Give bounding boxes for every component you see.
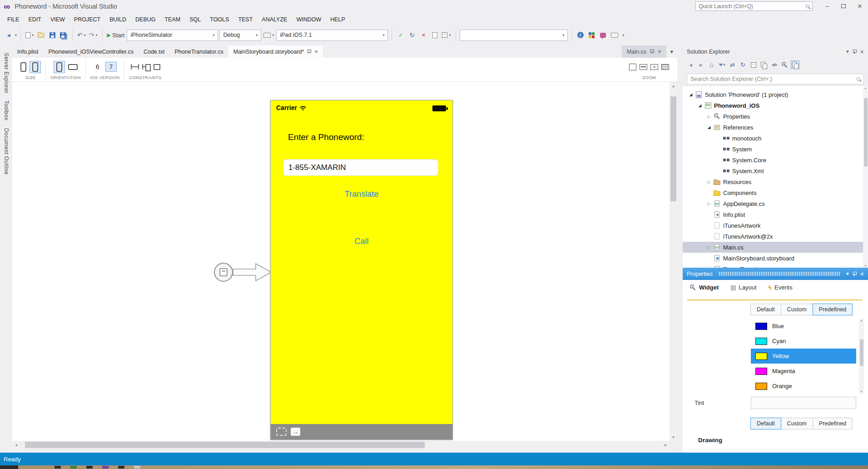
tree-item-components[interactable]: Components: [683, 187, 868, 198]
quick-launch-input[interactable]: [699, 3, 803, 10]
ios-version-6-button[interactable]: 6: [93, 62, 102, 71]
menu-help[interactable]: HELP: [326, 12, 350, 27]
size-selected-option[interactable]: [30, 61, 41, 73]
tab-layout[interactable]: ▤ Layout: [730, 284, 756, 291]
expander-icon[interactable]: ◢: [705, 125, 713, 130]
close-icon[interactable]: ×: [860, 48, 864, 55]
tab-mainstoryboard[interactable]: MainStoryboard.storyboard* ×: [228, 45, 323, 58]
menu-view[interactable]: VIEW: [46, 12, 69, 27]
tab-phonetranslator-cs[interactable]: PhoneTranslator.cs: [170, 45, 228, 58]
menu-window[interactable]: WINDOW: [292, 12, 326, 27]
tree-item-system-core[interactable]: System.Core: [683, 155, 868, 165]
pin-icon[interactable]: [308, 50, 311, 54]
sidebar-item-server-explorer[interactable]: Server Explorer: [3, 53, 10, 93]
taskbar-icon[interactable]: [118, 466, 124, 469]
scroll-right-button[interactable]: ▸: [662, 441, 670, 449]
navigate-caret-icon[interactable]: ▾: [15, 33, 17, 37]
forward-icon[interactable]: ▸: [697, 60, 705, 69]
new-file-button[interactable]: ▾: [25, 29, 35, 41]
menu-debug[interactable]: DEBUG: [131, 12, 160, 27]
expander-icon[interactable]: ▷: [705, 201, 713, 206]
menu-team[interactable]: TEAM: [160, 12, 185, 27]
tree-item-system[interactable]: System: [683, 144, 868, 155]
profile-combo[interactable]: Debug ▾: [219, 30, 261, 41]
minimize-button[interactable]: –: [819, 0, 835, 12]
menu-tools[interactable]: TOOLS: [205, 12, 233, 27]
show-all-files-icon[interactable]: [759, 60, 768, 69]
constraint-edit-icon[interactable]: [131, 64, 139, 70]
filter-icon[interactable]: ▾: [718, 60, 726, 69]
view-code-icon[interactable]: </>: [770, 60, 779, 69]
redo-caret-icon[interactable]: ▾: [96, 33, 98, 37]
exit-segue-icon[interactable]: →: [291, 428, 300, 436]
windows-taskbar[interactable]: [0, 465, 868, 469]
save-button[interactable]: [47, 29, 57, 41]
preview-tab-main-cs[interactable]: Main.cs ×: [622, 45, 666, 58]
taskbar-icon[interactable]: [86, 466, 93, 469]
error-list-button[interactable]: ×: [418, 29, 428, 41]
scroll-down-button[interactable]: ▾: [863, 264, 868, 268]
scroll-up-button[interactable]: ▴: [863, 86, 868, 90]
color-row-cyan[interactable]: Cyan: [751, 334, 856, 349]
color-list-scrollbar[interactable]: ▴ ▾: [859, 319, 864, 394]
tree-item-itunesartwork2x[interactable]: iTunesArtwork@2x: [683, 231, 868, 242]
horizontal-scroll-thumb[interactable]: [25, 442, 425, 448]
start-debug-button[interactable]: ▶Start: [106, 29, 126, 41]
refresh-icon[interactable]: ↻: [739, 60, 747, 69]
collapse-all-icon[interactable]: [749, 60, 758, 69]
tab-info-plist[interactable]: Info.plist: [12, 45, 44, 58]
expander-icon[interactable]: ◢: [687, 92, 694, 97]
default-button[interactable]: Default: [750, 418, 781, 429]
preview-selected-items-icon[interactable]: [791, 60, 799, 69]
taskbar-icon[interactable]: [70, 466, 77, 469]
navigate-back-button[interactable]: ◂: [4, 29, 14, 41]
vertical-scroll-thumb[interactable]: [670, 96, 676, 201]
color-row-yellow[interactable]: Yellow: [751, 349, 856, 364]
properties-header[interactable]: Properties ▾ ×: [683, 268, 868, 280]
scroll-down-button[interactable]: ▾: [670, 433, 677, 441]
close-button[interactable]: ×: [852, 0, 868, 12]
columns-caret-icon[interactable]: ▾: [449, 33, 451, 37]
properties-icon[interactable]: [780, 60, 789, 69]
tree-item-solution[interactable]: ◢ Solution 'Phoneword' (1 project): [683, 89, 868, 100]
zoom-fit-icon[interactable]: [640, 64, 647, 70]
document-list-caret-icon[interactable]: ▾: [666, 45, 677, 58]
horizontal-scrollbar[interactable]: ◂ ▸: [12, 441, 670, 449]
phone-screen[interactable]: Carrier Enter a Phoneword: 1-855-XAMARIN…: [271, 100, 452, 424]
menu-build[interactable]: BUILD: [105, 12, 131, 27]
grid-toggle-icon[interactable]: [661, 64, 669, 70]
close-icon[interactable]: ×: [314, 49, 318, 55]
home-icon[interactable]: ⌂: [707, 60, 716, 69]
new-file-caret-icon[interactable]: ▾: [32, 33, 34, 37]
sidebar-item-document-outline[interactable]: Document Outline: [3, 128, 10, 175]
find-input[interactable]: [463, 32, 563, 38]
menu-sql[interactable]: SQL: [185, 12, 205, 27]
orientation-portrait-option[interactable]: [54, 61, 65, 73]
save-all-button[interactable]: [59, 29, 69, 41]
default-button[interactable]: Default: [750, 304, 781, 315]
tree-scroll-thumb[interactable]: [864, 98, 868, 166]
tree-scrollbar[interactable]: ▴ ▾: [863, 86, 868, 268]
tree-item-maincs[interactable]: ▷ Main.cs: [683, 242, 868, 253]
extensions-button[interactable]: [587, 29, 597, 41]
expander-icon[interactable]: ▷: [705, 267, 713, 268]
feedback-button[interactable]: [598, 29, 608, 41]
list-scroll-thumb[interactable]: [860, 339, 863, 366]
fullscreen-icon[interactable]: [629, 64, 636, 70]
ios-version-7-option[interactable]: 7: [105, 62, 117, 72]
vertical-scrollbar[interactable]: ▴ ▾: [670, 82, 677, 441]
sidebar-item-toolbox[interactable]: Toolbox: [3, 100, 10, 120]
frame-editing-icon[interactable]: [154, 64, 160, 70]
tree-item-itunesartwork[interactable]: iTunesArtwork: [683, 220, 868, 231]
back-icon[interactable]: ◂: [686, 60, 695, 69]
find-combo[interactable]: ▾: [460, 30, 568, 41]
tree-item-references[interactable]: ◢ References: [683, 122, 868, 133]
window-position-caret-icon[interactable]: ▾: [846, 271, 849, 277]
view-controller-bottom-bar[interactable]: →: [271, 424, 452, 439]
expander-icon[interactable]: ▷: [705, 245, 713, 250]
solution-search-box[interactable]: [687, 74, 864, 85]
zoom-in-icon[interactable]: [650, 64, 658, 70]
toolbar-overflow-caret-icon[interactable]: ▾: [623, 33, 625, 37]
device-combo[interactable]: iPad iOS 7.1 ▾: [276, 30, 388, 41]
refresh-button[interactable]: ↻: [407, 29, 417, 41]
